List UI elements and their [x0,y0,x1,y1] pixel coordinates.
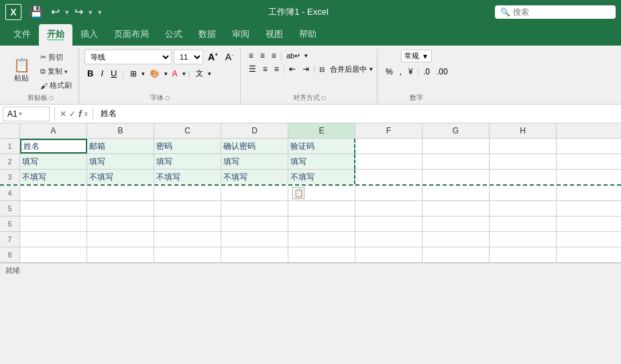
cell-c2[interactable]: 填写 [154,154,221,169]
cell-a8[interactable] [20,247,87,262]
cell-d3[interactable]: 不填写 [221,170,288,184]
cell-a3[interactable]: 不填写 [20,170,87,184]
cell-g5[interactable] [422,201,490,216]
align-top-right-button[interactable]: ≡ [269,50,279,62]
copy-button[interactable]: ⧉ 复制 ▾ [38,65,74,78]
cancel-formula-icon[interactable]: ✕ [60,109,66,119]
currency-button[interactable]: ¥ [406,66,416,78]
cell-c1[interactable]: 密码 [154,139,221,154]
phonetic-arrow[interactable]: ▾ [208,70,211,77]
cell-f7[interactable] [355,232,422,247]
cell-d5[interactable] [221,201,288,216]
merge-arrow[interactable]: ▾ [370,66,373,72]
cell-reference-box[interactable]: A1 ▾ [3,107,50,121]
cell-e2[interactable]: 填写 [288,154,355,169]
fill-color-button[interactable]: 🎨 [147,68,162,80]
cell-b7[interactable] [87,232,154,247]
cell-ref-arrow[interactable]: ▾ [19,110,22,117]
fill-arrow[interactable]: ▾ [164,70,168,77]
phonetic-button[interactable]: 文 [193,67,206,80]
cell-e1[interactable]: 验证码 [288,139,355,154]
tab-insert[interactable]: 插入 [72,24,106,46]
cell-f2[interactable] [355,154,422,169]
cell-b5[interactable] [87,201,154,216]
tab-help[interactable]: 帮助 [291,24,325,46]
col-header-b[interactable]: B [87,123,154,138]
align-top-center-button[interactable]: ≡ [258,50,268,62]
decimal-increase-button[interactable]: .0 [420,66,433,78]
col-header-f[interactable]: F [355,123,422,138]
bold-button[interactable]: B [84,67,96,80]
number-format-arrow[interactable]: ▾ [422,52,429,61]
cell-g4[interactable] [422,186,490,200]
cell-h4[interactable] [490,186,557,200]
copy-arrow[interactable]: ▾ [64,68,68,75]
cell-b2[interactable]: 填写 [87,154,154,169]
decimal-decrease-button[interactable]: .00 [434,66,451,78]
cell-h5[interactable] [490,201,557,216]
insert-function-icon[interactable]: f [78,109,82,119]
cell-h7[interactable] [490,232,557,247]
font-color-arrow[interactable]: ▾ [182,70,186,77]
tab-view[interactable]: 视图 [258,24,291,46]
cell-e4[interactable]: 📋 [288,186,355,200]
cell-h8[interactable] [490,247,557,262]
cell-a5[interactable] [20,201,87,216]
col-header-d[interactable]: D [221,123,288,138]
cell-h1[interactable] [490,139,557,154]
cut-button[interactable]: ✂ 剪切 [38,51,74,64]
font-shrink-button[interactable]: A- [223,50,236,64]
cell-c7[interactable] [154,232,221,247]
align-top-left-button[interactable]: ≡ [246,50,256,62]
cell-g6[interactable] [422,217,490,231]
cell-d8[interactable] [221,247,288,262]
format-painter-button[interactable]: 🖌 格式刷 [38,79,74,92]
cell-a1[interactable]: 姓名 [20,139,87,154]
align-left-button[interactable]: ☰ [246,63,259,75]
cell-c8[interactable] [154,247,221,262]
cell-b4[interactable] [87,186,154,200]
tab-pagelayout[interactable]: 页面布局 [106,24,157,46]
indent-decrease-button[interactable]: ⇤ [286,63,298,75]
cell-b6[interactable] [87,217,154,231]
font-grow-button[interactable]: A+ [205,50,221,64]
undo-button[interactable]: ↩ [48,5,62,19]
cell-a7[interactable] [20,232,87,247]
font-color-button[interactable]: A [170,68,180,80]
search-input[interactable] [513,7,607,17]
cell-f3[interactable] [355,170,422,184]
font-expand-icon[interactable]: ⬡ [165,95,170,101]
cell-f8[interactable] [355,247,422,262]
font-size-select[interactable]: 11 [174,50,203,64]
cell-g3[interactable] [422,170,490,184]
tab-home[interactable]: 开始 [39,24,72,46]
align-center-button[interactable]: ≡ [260,63,270,75]
cell-h6[interactable] [490,217,557,231]
formula-input[interactable] [98,109,618,119]
tab-review[interactable]: 审阅 [224,24,258,46]
cell-c4[interactable] [154,186,221,200]
border-button[interactable]: ⊞ [127,68,139,80]
alignment-expand-icon[interactable]: ⬡ [321,95,326,101]
cell-d4[interactable] [221,186,288,200]
font-family-select[interactable]: 等线 [84,50,172,64]
tab-formulas[interactable]: 公式 [157,24,190,46]
col-header-e[interactable]: E [288,123,355,138]
cell-a6[interactable] [20,217,87,231]
wrap-text-button[interactable]: ab↵ [284,50,303,62]
wrap-arrow[interactable]: ▾ [304,52,308,59]
comma-button[interactable]: , [397,66,404,78]
percent-button[interactable]: % [383,66,396,78]
cell-h3[interactable] [490,170,557,184]
cell-c5[interactable] [154,201,221,216]
cell-e6[interactable] [288,217,355,231]
paste-button[interactable]: 📋 粘贴 [7,55,36,87]
customize-arrow[interactable]: ▾ [98,8,102,17]
tab-data[interactable]: 数据 [190,24,224,46]
cell-g1[interactable] [422,139,490,154]
cell-d1[interactable]: 确认密码 [221,139,288,154]
cell-d7[interactable] [221,232,288,247]
cell-e5[interactable] [288,201,355,216]
cell-a4[interactable] [20,186,87,200]
cell-b3[interactable]: 不填写 [87,170,154,184]
